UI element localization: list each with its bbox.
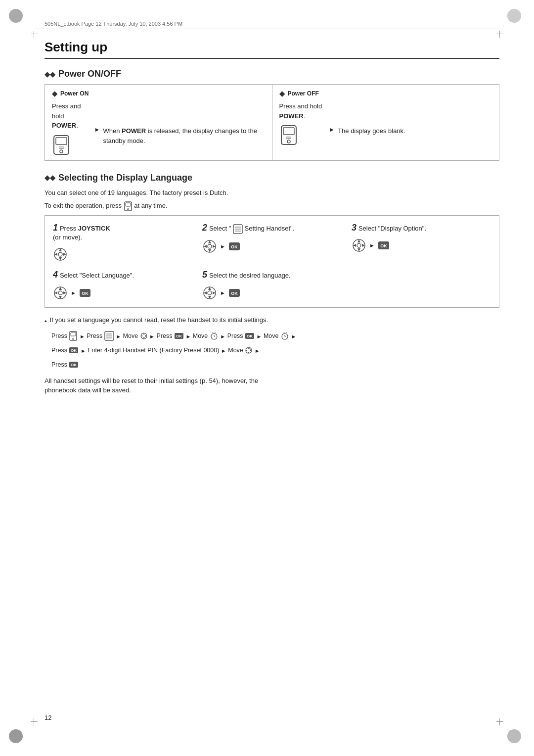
steps-row-2: 4 Select "Select Language". ► — [53, 270, 491, 300]
step-3-icon-row: ► OK — [352, 238, 491, 253]
svg-text:OK: OK — [231, 244, 238, 249]
steps-row-1: 1 Press JOYSTICK(or move). — [53, 223, 491, 262]
step-2: 2 Select " Setting Handset". — [202, 223, 342, 262]
svg-line-79 — [283, 332, 283, 333]
seq-ok-1: OK — [174, 332, 184, 339]
cross-mark-bl — [31, 718, 38, 725]
seq-alarm-2 — [280, 331, 289, 340]
menu-icon-step2 — [233, 224, 243, 234]
svg-text:OK: OK — [380, 243, 387, 248]
ok-btn-2: OK — [228, 242, 240, 251]
power-off-phone-icon — [279, 125, 298, 145]
all-reset-note-line2: phonebook data will be saved. — [44, 385, 499, 395]
step-4-icon-row: ► OK — [53, 285, 192, 300]
arrow-step2: ► — [220, 243, 225, 249]
svg-point-44 — [58, 291, 62, 295]
power-on-text1: Press and holdPOWER. — [52, 101, 88, 131]
arrow-step4: ► — [71, 290, 76, 296]
svg-point-52 — [208, 291, 212, 295]
svg-text:OK: OK — [82, 291, 89, 296]
seq-phone-1 — [69, 331, 78, 341]
ok-btn-5: OK — [228, 288, 240, 297]
main-content: Setting up ◆◆ Power ON/OFF ◆ Power ON Pr… — [44, 40, 499, 395]
step-4-label: 4 Select "Select Language". — [53, 270, 192, 280]
joystick-icon-3 — [352, 238, 366, 253]
seq-ok-4: OK — [69, 361, 79, 368]
svg-line-72 — [216, 332, 216, 333]
seq-ok-3: OK — [69, 347, 79, 354]
svg-line-71 — [212, 332, 213, 333]
svg-point-18 — [58, 252, 62, 256]
power-off-subtitle: ◆ Power OFF — [279, 90, 492, 97]
steps-box: 1 Press JOYSTICK(or move). — [44, 215, 499, 308]
svg-text:OK: OK — [247, 334, 253, 338]
step-5-label: 5 Select the desired language. — [202, 270, 342, 280]
svg-rect-6 — [283, 128, 294, 135]
corner-decoration-tr — [507, 9, 525, 27]
power-off-panel: ◆ Power OFF Press and holdPOWER. — [272, 85, 499, 160]
step-3-label: 3 Select "Display Option". — [352, 223, 491, 233]
reset-bullet: • If you set a language you cannot read,… — [44, 315, 499, 327]
svg-point-57 — [73, 338, 74, 340]
header-rule — [35, 29, 499, 29]
step-2-icon-row: ► OK — [202, 239, 342, 254]
joystick-icon-4 — [53, 285, 68, 300]
step-1: 1 Press JOYSTICK(or move). — [53, 223, 192, 262]
step-4: 4 Select "Select Language". ► — [53, 270, 192, 300]
diamond-icon-2: ◆◆ — [44, 174, 55, 182]
reset-sequence-1: Press ► Press ► Move — [44, 330, 499, 342]
seq-ok-2: OK — [245, 332, 255, 339]
svg-rect-1 — [56, 138, 67, 144]
reset-section: • If you set a language you cannot read,… — [44, 315, 499, 395]
step-3: 3 Select "Display Option". ► — [352, 223, 491, 262]
ok-btn-4: OK — [79, 288, 91, 297]
svg-point-7 — [287, 140, 290, 143]
svg-rect-56 — [71, 332, 76, 336]
diamond-icon-1: ◆◆ — [44, 70, 55, 78]
reset-sequence-3: Press OK — [44, 359, 499, 371]
power-off-content: Press and holdPOWER. ► The display goes … — [279, 101, 492, 145]
ok-btn-3: OK — [378, 241, 390, 250]
seq-menu-1 — [104, 331, 114, 341]
power-on-subtitle: ◆ Power ON — [52, 90, 265, 97]
svg-text:OK: OK — [71, 363, 77, 367]
svg-text:OK: OK — [176, 334, 182, 338]
step-1-icon-row — [53, 247, 192, 262]
joystick-icon-2 — [202, 239, 217, 254]
seq-joystick-1 — [140, 332, 148, 340]
lang-desc2: To exit the operation, press at any time… — [44, 201, 499, 211]
corner-decoration-tl — [9, 9, 27, 27]
corner-decoration-br — [507, 729, 525, 747]
power-on-off-box: ◆ Power ON Press and holdPOWER. — [44, 84, 499, 161]
lang-section-header: ◆◆ Selecting the Display Language — [44, 173, 499, 183]
seq-joystick-2 — [245, 346, 253, 354]
page-title: Setting up — [44, 40, 499, 59]
arrow-step5: ► — [220, 290, 225, 296]
power-section-header: ◆◆ Power ON/OFF — [44, 69, 499, 79]
svg-text:OK: OK — [71, 348, 77, 353]
step-2-label: 2 Select " Setting Handset". — [202, 223, 342, 234]
file-info: 505NL_e.book Page 12 Thursday, July 10, … — [44, 21, 182, 27]
diamond-small-2: ◆ — [279, 90, 285, 97]
page-number: 12 — [44, 714, 51, 721]
power-on-panel: ◆ Power ON Press and holdPOWER. — [45, 85, 272, 160]
cross-mark-tl — [31, 31, 38, 38]
svg-text:OK: OK — [231, 291, 238, 296]
power-off-text2: The display goes blank. — [338, 126, 405, 136]
corner-decoration-bl — [9, 729, 27, 747]
diamond-small-1: ◆ — [52, 90, 57, 97]
reset-note-text: If you set a language you cannot read, r… — [50, 315, 268, 326]
step-empty — [352, 270, 491, 300]
joystick-icon-5 — [202, 285, 217, 300]
reset-sequence-2: Press OK ► Enter 4-digit Handset PIN (Fa… — [44, 344, 499, 357]
power-on-phone-icon — [52, 135, 71, 155]
arrow-bullet-1: ► — [94, 126, 100, 133]
exit-phone-icon — [124, 201, 133, 211]
all-reset-note-line1: All handset settings will be reset to th… — [44, 376, 499, 386]
step-5: 5 Select the desired language. ► — [202, 270, 342, 300]
svg-rect-11 — [126, 203, 131, 206]
cross-mark-br — [496, 718, 503, 725]
svg-line-80 — [286, 332, 287, 333]
svg-point-2 — [60, 150, 63, 153]
cross-mark-tr — [496, 31, 503, 38]
